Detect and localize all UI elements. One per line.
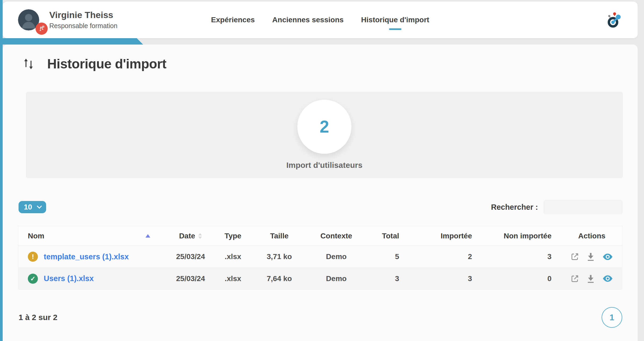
cell-type: .xlsx xyxy=(212,252,254,261)
table-row: ✓ Users (1).xlsx 25/03/24 .xlsx 7,64 ko … xyxy=(18,268,622,289)
search-label: Rechercher : xyxy=(491,203,538,212)
stat-label: Import d'utilisateurs xyxy=(286,161,362,170)
stat-circle[interactable]: 2 xyxy=(297,100,351,154)
column-header-date[interactable]: Date xyxy=(169,232,212,240)
chevron-down-icon xyxy=(37,206,42,209)
view-details-button[interactable] xyxy=(602,275,613,282)
column-header-type: Type xyxy=(212,232,254,240)
cell-contexte: Demo xyxy=(305,252,368,261)
flags-icon xyxy=(38,25,45,32)
cell-taille: 7,64 ko xyxy=(254,274,305,283)
cell-total: 5 xyxy=(368,252,409,261)
column-header-nom[interactable]: Nom xyxy=(18,232,169,240)
cell-date: 25/03/24 xyxy=(169,252,212,261)
column-header-importee: Importée xyxy=(409,232,482,240)
download-file-button[interactable] xyxy=(586,252,595,261)
warning-icon: ! xyxy=(28,252,38,262)
success-icon: ✓ xyxy=(28,274,38,284)
user-profile[interactable]: Virginie Theiss Responsable formation xyxy=(18,9,117,30)
tab-historique-import[interactable]: Historique d'import xyxy=(361,15,430,25)
file-link[interactable]: template_users (1).xlsx xyxy=(44,252,129,261)
cell-non-importee: 3 xyxy=(482,252,562,261)
download-icon xyxy=(586,252,595,261)
import-export-icon xyxy=(23,58,34,70)
main-panel: Historique d'import 2 Import d'utilisate… xyxy=(3,45,638,341)
table-header-row: Nom Date Type Taille Contexte Total Impo… xyxy=(18,226,622,246)
brand-logo-icon[interactable] xyxy=(606,11,623,29)
download-icon xyxy=(586,274,595,283)
sort-asc-icon xyxy=(145,234,150,238)
user-name: Virginie Theiss xyxy=(49,10,117,20)
cell-contexte: Demo xyxy=(305,274,368,283)
external-link-icon xyxy=(571,252,579,261)
page-title: Historique d'import xyxy=(47,56,166,72)
column-header-actions: Actions xyxy=(562,232,622,240)
header-accent-band xyxy=(0,38,143,45)
left-accent-strip xyxy=(0,0,3,341)
main-nav: Expériences Anciennes sessions Historiqu… xyxy=(210,2,430,38)
avatar xyxy=(18,9,40,30)
table-row: ! template_users (1).xlsx 25/03/24 .xlsx… xyxy=(18,246,622,268)
cell-type: .xlsx xyxy=(212,274,254,283)
eye-icon xyxy=(602,253,613,260)
cell-importee: 3 xyxy=(409,274,482,283)
table-footer: 1 à 2 sur 2 1 xyxy=(19,307,622,328)
download-file-button[interactable] xyxy=(586,274,595,283)
pagination-page-1[interactable]: 1 xyxy=(602,307,622,328)
column-header-non-importee: Non importée xyxy=(482,232,562,240)
view-details-button[interactable] xyxy=(602,253,613,260)
column-header-total: Total xyxy=(368,232,409,240)
tab-anciennes-sessions[interactable]: Anciennes sessions xyxy=(272,15,344,25)
stat-value: 2 xyxy=(320,117,329,137)
import-history-table: Nom Date Type Taille Contexte Total Impo… xyxy=(18,226,622,290)
external-link-icon xyxy=(571,274,579,283)
page-size-value: 10 xyxy=(24,203,32,211)
page-title-row: Historique d'import xyxy=(23,56,638,72)
stats-card: 2 Import d'utilisateurs xyxy=(26,92,623,178)
sort-both-icon xyxy=(198,233,202,239)
results-range: 1 à 2 sur 2 xyxy=(19,313,58,322)
cell-total: 3 xyxy=(368,274,409,283)
file-link[interactable]: Users (1).xlsx xyxy=(44,274,94,283)
eye-icon xyxy=(602,275,613,282)
column-header-taille: Taille xyxy=(254,232,305,240)
cell-non-importee: 0 xyxy=(482,274,562,283)
search-input[interactable] xyxy=(543,200,623,214)
cell-taille: 3,71 ko xyxy=(254,252,305,261)
tab-experiences[interactable]: Expériences xyxy=(210,15,255,25)
open-file-button[interactable] xyxy=(571,252,579,261)
role-badge xyxy=(36,23,48,35)
page-size-select[interactable]: 10 xyxy=(19,201,46,213)
user-role: Responsable formation xyxy=(49,22,117,30)
top-header: Virginie Theiss Responsable formation Ex… xyxy=(3,2,638,38)
open-file-button[interactable] xyxy=(571,274,579,283)
cell-importee: 2 xyxy=(409,252,482,261)
cell-date: 25/03/24 xyxy=(169,274,212,283)
column-header-contexte: Contexte xyxy=(305,232,368,240)
table-controls: 10 Rechercher : xyxy=(19,200,623,214)
